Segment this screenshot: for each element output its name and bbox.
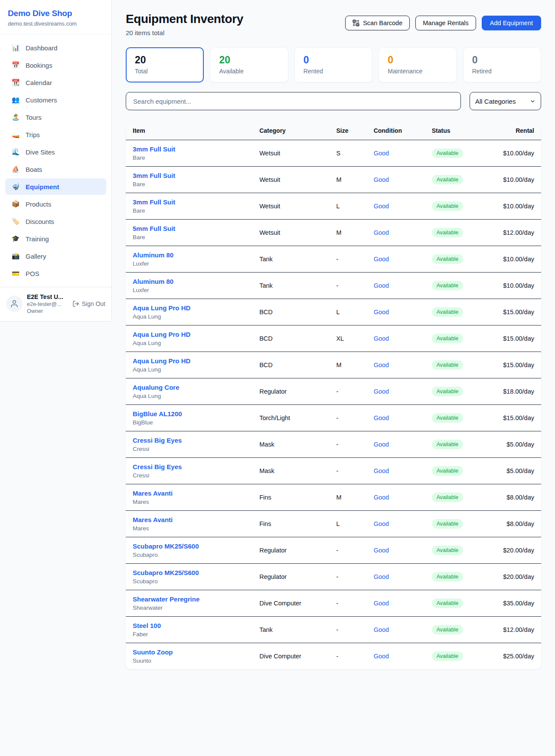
item-brand: Aqua Lung [133, 340, 245, 346]
condition-link[interactable]: Good [374, 600, 389, 607]
item-name-link[interactable]: Aqua Lung Pro HD [133, 357, 245, 365]
item-cell: Aluminum 80 Luxfer [126, 246, 252, 273]
item-name-link[interactable]: Steel 100 [133, 622, 245, 629]
condition-link[interactable]: Good [374, 441, 389, 448]
item-name-link[interactable]: 3mm Full Suit [133, 198, 245, 206]
item-brand: Mares [133, 525, 245, 532]
size-cell: - [329, 537, 366, 564]
item-name-link[interactable]: Aqualung Core [133, 384, 245, 391]
category-cell: Wetsuit [252, 193, 329, 220]
sidebar-item[interactable]: ⛵ Boats [5, 161, 106, 177]
size-cell: - [329, 564, 366, 590]
condition-link[interactable]: Good [374, 176, 389, 183]
rental-cell: $18.00/day [485, 378, 541, 405]
status-cell: Available [425, 193, 485, 220]
item-name-link[interactable]: 5mm Full Suit [133, 225, 245, 232]
sidebar-item[interactable]: 💳 POS [5, 265, 106, 282]
item-name-link[interactable]: Mares Avanti [133, 516, 245, 523]
condition-cell: Good [367, 564, 425, 590]
rental-cell: $8.00/day [485, 484, 541, 511]
item-name-link[interactable]: Cressi Big Eyes [133, 437, 245, 444]
item-name-link[interactable]: Scubapro MK25/S600 [133, 569, 245, 576]
stat-card[interactable]: 0 Rented [294, 47, 372, 82]
condition-link[interactable]: Good [374, 573, 389, 580]
status-cell: Available [425, 352, 485, 378]
page-subtitle: 20 items total [126, 29, 243, 36]
stat-card[interactable]: 0 Retired [463, 47, 541, 82]
sidebar-item[interactable]: 🤿 Equipment [5, 178, 106, 195]
sign-out-button[interactable]: Sign Out [72, 300, 105, 307]
manage-rentals-button[interactable]: Manage Rentals [415, 16, 476, 30]
item-name-link[interactable]: 3mm Full Suit [133, 145, 245, 153]
item-brand: Luxfer [133, 287, 245, 293]
sidebar-item[interactable]: 🚤 Trips [5, 126, 106, 143]
sidebar-item[interactable]: 📊 Dashboard [5, 39, 106, 56]
sidebar-item[interactable]: 🏷️ Discounts [5, 213, 106, 230]
add-equipment-button[interactable]: Add Equipment [482, 16, 541, 30]
condition-link[interactable]: Good [374, 282, 389, 289]
item-name-link[interactable]: Aqua Lung Pro HD [133, 304, 245, 312]
nav-item-label: Trips [26, 131, 40, 138]
condition-link[interactable]: Good [374, 520, 389, 527]
item-name-link[interactable]: Scubapro MK25/S600 [133, 542, 245, 550]
condition-link[interactable]: Good [374, 626, 389, 633]
rental-cell: $12.00/day [485, 617, 541, 643]
condition-link[interactable]: Good [374, 362, 389, 368]
sidebar-item[interactable]: 🎓 Training [5, 230, 106, 247]
status-badge: Available [432, 440, 464, 449]
item-name-link[interactable]: Aqua Lung Pro HD [133, 331, 245, 338]
page-title: Equipment Inventory [126, 12, 243, 26]
condition-link[interactable]: Good [374, 494, 389, 501]
sidebar-item[interactable]: 📦 Products [5, 196, 106, 212]
sidebar-item[interactable]: 📅 Bookings [5, 57, 106, 73]
condition-link[interactable]: Good [374, 203, 389, 210]
item-name-link[interactable]: BigBlue AL1200 [133, 410, 245, 417]
item-name-link[interactable]: Shearwater Peregrine [133, 595, 245, 603]
sidebar-item[interactable]: 👥 Customers [5, 92, 106, 108]
condition-cell: Good [367, 378, 425, 405]
item-cell: Scubapro MK25/S600 Scubapro [126, 537, 252, 564]
stat-card[interactable]: 0 Maintenance [379, 47, 457, 82]
status-badge: Available [432, 519, 464, 529]
condition-link[interactable]: Good [374, 256, 389, 263]
condition-link[interactable]: Good [374, 150, 389, 157]
condition-link[interactable]: Good [374, 467, 389, 474]
condition-cell: Good [367, 431, 425, 458]
condition-link[interactable]: Good [374, 335, 389, 342]
size-cell: M [329, 220, 366, 246]
item-name-link[interactable]: Aluminum 80 [133, 278, 245, 285]
condition-link[interactable]: Good [374, 309, 389, 316]
sidebar-item[interactable]: 🌊 Dive Sites [5, 144, 106, 160]
item-name-link[interactable]: 3mm Full Suit [133, 172, 245, 179]
scan-barcode-button[interactable]: Scan Barcode [345, 16, 410, 30]
condition-link[interactable]: Good [374, 547, 389, 554]
condition-link[interactable]: Good [374, 388, 389, 395]
item-cell: Scubapro MK25/S600 Scubapro [126, 564, 252, 590]
search-input[interactable] [126, 92, 461, 110]
item-name-link[interactable]: Cressi Big Eyes [133, 463, 245, 470]
sidebar-item[interactable]: 🏝️ Tours [5, 109, 106, 125]
table-row: Aqualung Core Aqua Lung Regulator - Good… [126, 378, 541, 405]
condition-link[interactable]: Good [374, 414, 389, 421]
condition-link[interactable]: Good [374, 653, 389, 660]
condition-link[interactable]: Good [374, 229, 389, 236]
item-name-link[interactable]: Suunto Zoop [133, 648, 245, 656]
item-brand: Aqua Lung [133, 366, 245, 373]
stat-card[interactable]: 20 Total [126, 47, 204, 82]
nav-item-label: Products [26, 201, 51, 208]
size-cell: XL [329, 325, 366, 352]
item-cell: Aqua Lung Pro HD Aqua Lung [126, 325, 252, 352]
nav-item-label: Calendar [26, 79, 52, 86]
size-cell: M [329, 352, 366, 378]
category-select[interactable]: All Categories [470, 92, 541, 110]
nav-item-icon: ⛵ [11, 165, 20, 173]
status-badge: Available [432, 201, 464, 211]
size-cell: - [329, 431, 366, 458]
item-name-link[interactable]: Mares Avanti [133, 490, 245, 497]
item-brand: Shearwater [133, 605, 245, 611]
stat-label: Maintenance [388, 68, 447, 75]
item-name-link[interactable]: Aluminum 80 [133, 251, 245, 259]
sidebar-item[interactable]: 📸 Gallery [5, 248, 106, 264]
sidebar-item[interactable]: 📆 Calendar [5, 74, 106, 91]
stat-card[interactable]: 20 Available [210, 47, 288, 82]
